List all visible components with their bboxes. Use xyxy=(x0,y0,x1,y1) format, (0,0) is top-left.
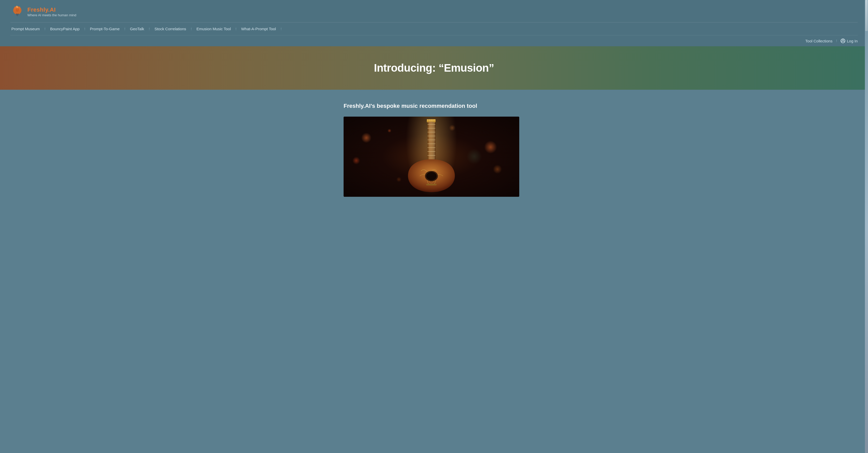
main-content: Freshly.AI's bespoke music recommendatio… xyxy=(0,90,868,210)
user-icon xyxy=(841,38,845,43)
svg-rect-7 xyxy=(17,16,18,16)
svg-point-38 xyxy=(427,119,429,121)
brand-name: Freshly.AI xyxy=(27,6,76,13)
site-header: Freshly.AI Where AI meets the human mind… xyxy=(0,0,868,46)
svg-point-11 xyxy=(842,39,844,41)
login-label: Log In xyxy=(847,39,858,43)
nav-item-what-a-prompt[interactable]: What-A-Prompt Tool xyxy=(240,27,277,31)
main-nav: Prompt Museum ! BouncyPaint App ! Prompt… xyxy=(10,23,858,35)
secondary-nav-sep: ! xyxy=(836,39,837,43)
nav-sep-2: ! xyxy=(84,27,85,31)
nav-item-emusion[interactable]: Emusion Music Tool xyxy=(195,27,232,31)
nav-sep-1: ! xyxy=(44,27,45,31)
scrollbar[interactable] xyxy=(865,0,868,453)
nav-item-prompt-museum[interactable]: Prompt Museum xyxy=(10,27,41,31)
svg-rect-32 xyxy=(426,184,437,186)
scrollbar-thumb[interactable] xyxy=(865,0,868,31)
svg-point-31 xyxy=(426,172,437,180)
svg-point-40 xyxy=(431,119,432,121)
guitar-svg xyxy=(395,119,468,194)
svg-rect-6 xyxy=(16,15,18,16)
nav-item-tool-collections[interactable]: Tool Collections xyxy=(805,39,832,43)
guitar-image xyxy=(344,117,519,197)
secondary-nav: Tool Collections ! Log In xyxy=(10,35,858,46)
content-subtitle: Freshly.AI's bespoke music recommendatio… xyxy=(344,103,524,109)
logo-link[interactable]: Freshly.AI Where AI meets the human mind xyxy=(10,5,76,19)
logo-icon xyxy=(10,5,24,19)
nav-sep-6: ! xyxy=(236,27,237,31)
login-button[interactable]: Log In xyxy=(841,38,858,43)
svg-point-4 xyxy=(16,8,19,11)
content-wrapper: Freshly.AI's bespoke music recommendatio… xyxy=(344,103,524,197)
svg-point-42 xyxy=(434,119,436,121)
nav-sep-7: ! xyxy=(281,27,282,31)
nav-sep-4: ! xyxy=(149,27,150,31)
hero-title: Introducing: “Emusion” xyxy=(374,62,494,74)
header-top: Freshly.AI Where AI meets the human mind xyxy=(10,0,858,23)
nav-item-geotalk[interactable]: GeoTalk xyxy=(129,27,145,31)
nav-sep-5: ! xyxy=(191,27,192,31)
hero-banner: Introducing: “Emusion” xyxy=(0,46,868,90)
nav-sep-3: ! xyxy=(124,27,125,31)
svg-point-39 xyxy=(429,119,430,121)
logo-text: Freshly.AI Where AI meets the human mind xyxy=(27,6,76,17)
nav-item-prompt-to-game[interactable]: Prompt-To-Game xyxy=(89,27,121,31)
svg-point-41 xyxy=(432,119,434,121)
nav-item-stock-correlations[interactable]: Stock Correlations xyxy=(153,27,187,31)
nav-item-bouncypaint[interactable]: BouncyPaint App xyxy=(49,27,81,31)
brand-tagline: Where AI meets the human mind xyxy=(27,13,76,17)
